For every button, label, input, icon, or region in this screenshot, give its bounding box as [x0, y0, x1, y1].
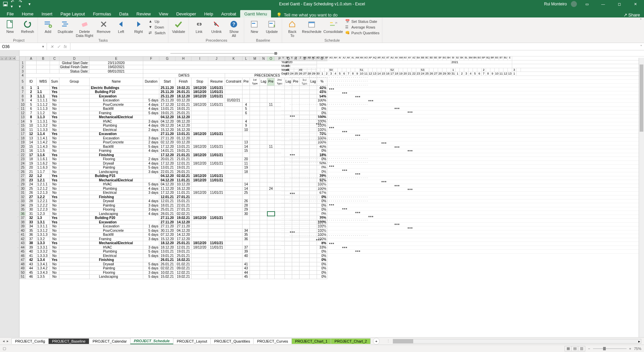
add-task-button[interactable]: Add: [40, 19, 56, 34]
share-button[interactable]: ↗ Share: [624, 12, 640, 17]
sheet-tab-schedule[interactable]: PROJECT_Schedule: [130, 338, 173, 344]
add-sheet-button[interactable]: +: [373, 338, 380, 345]
tab-help[interactable]: Help: [200, 10, 217, 17]
sheet-tab-layout[interactable]: PROJECT_Layout: [173, 338, 211, 344]
cancel-formula-icon[interactable]: ✕: [50, 44, 54, 49]
tab-home[interactable]: Home: [18, 10, 38, 17]
horizontal-scroll-top[interactable]: [19, 50, 644, 56]
showall-button[interactable]: ?Show All: [226, 19, 242, 38]
normal-view-icon[interactable]: ▦: [565, 346, 572, 351]
collapse-ribbon-icon[interactable]: ˄: [637, 17, 644, 43]
zoom-slider[interactable]: [593, 348, 627, 349]
redo-icon[interactable]: ↷ ▾: [19, 1, 24, 7]
sheet-tab-config[interactable]: PROJECT_Config: [11, 338, 49, 344]
svg-rect-10: [82, 22, 88, 27]
info-icon: ?: [229, 19, 238, 29]
delete-button[interactable]: Delete Data Right: [75, 19, 94, 38]
reschedule-button[interactable]: Reschedule: [302, 19, 322, 34]
sheet-tab-curves[interactable]: PROJECT_Curves: [253, 338, 291, 344]
sheet-tab-chart1[interactable]: PROJECT_Chart_1: [291, 338, 331, 344]
outline-level-1[interactable]: 1: [0, 56, 4, 60]
rows-icon: ☰: [345, 25, 350, 30]
tab-scroll-last-icon[interactable]: ▸: [7, 339, 9, 343]
down-button[interactable]: ▼Down: [148, 25, 166, 30]
switch-button[interactable]: ⇄Switch: [148, 30, 166, 36]
tab-review[interactable]: Review: [132, 10, 155, 17]
fx-icon[interactable]: fx: [64, 44, 67, 49]
svg-rect-8: [63, 24, 68, 25]
close-icon[interactable]: ✕: [629, 0, 641, 8]
outline-level-3[interactable]: 3: [8, 56, 12, 60]
arrow-right-icon: [134, 19, 143, 29]
outline-column[interactable]: 1 2 3 4 ··········: [0, 50, 19, 337]
tab-acrobat[interactable]: Acrobat: [217, 10, 240, 17]
tab-data[interactable]: Data: [115, 10, 132, 17]
average-rows-button[interactable]: ☰Average Rows: [344, 25, 380, 30]
link-button[interactable]: Link: [191, 19, 207, 34]
user-name[interactable]: Rui Monteiro: [544, 2, 567, 6]
ribbon-display-icon[interactable]: ▭: [581, 0, 593, 8]
tell-me-label: Tell me what you want to do: [284, 12, 337, 17]
sheet-tab-baseline[interactable]: PROJECT_Baseline: [48, 338, 89, 344]
duplicate-button[interactable]: Duplicate: [57, 19, 73, 34]
svg-text:?: ?: [232, 21, 235, 27]
formula-bar[interactable]: [70, 43, 638, 50]
expand-formula-icon[interactable]: ˅: [638, 45, 644, 48]
record-macro-icon[interactable]: ▢: [3, 346, 6, 351]
avatar[interactable]: [571, 1, 577, 7]
save-icon[interactable]: [3, 1, 8, 7]
baseline-new-button[interactable]: New: [246, 19, 262, 34]
outline-level-4[interactable]: 4: [12, 56, 16, 60]
sheet-tab-calendar[interactable]: PROJECT_Calendar: [89, 338, 130, 344]
right-button[interactable]: Right: [130, 19, 147, 34]
sheet-tab-quantities[interactable]: PROJECT_Quantities: [210, 338, 254, 344]
punch-quantities-button[interactable]: 👊Punch Quantities: [344, 30, 380, 36]
horizontal-scrollbar[interactable]: ◂▸: [393, 339, 641, 344]
page-layout-view-icon[interactable]: ▤: [572, 346, 578, 351]
remove-button[interactable]: Remove: [96, 19, 112, 34]
up-button[interactable]: ▲Up: [148, 19, 166, 24]
slider-thumb[interactable]: [274, 52, 277, 55]
unlink-button[interactable]: Unlink: [208, 19, 224, 34]
maximize-icon[interactable]: ◻: [613, 0, 625, 8]
tab-formulas[interactable]: Formulas: [89, 10, 115, 17]
svg-rect-7: [62, 21, 67, 23]
backto-button[interactable]: Back To: [284, 19, 300, 38]
tab-insert[interactable]: Insert: [38, 10, 57, 17]
outline-level-2[interactable]: 2: [4, 56, 8, 60]
sheet-tab-chart2[interactable]: PROJECT_Chart_2: [331, 338, 371, 344]
tab-view[interactable]: View: [155, 10, 172, 17]
tab-pagelayout[interactable]: Page Layout: [56, 10, 89, 17]
tab-developer[interactable]: Developer: [172, 10, 200, 17]
zoom-level[interactable]: 75%: [634, 347, 641, 351]
refresh-icon: [23, 19, 32, 29]
zoom-in-icon[interactable]: +: [629, 347, 631, 351]
set-status-date-button[interactable]: 📅Set Status Date: [344, 19, 380, 24]
tell-me-search[interactable]: 💡 Tell me what you want to do: [276, 12, 337, 17]
svg-rect-5: [45, 24, 50, 25]
name-box[interactable]: O36▼: [0, 43, 47, 50]
minimize-icon[interactable]: —: [597, 0, 609, 8]
svg-rect-16: [269, 23, 273, 24]
consolidate-icon: 75%: [328, 19, 338, 29]
group-project-label: Project: [2, 38, 36, 43]
svg-rect-14: [252, 23, 255, 24]
page-break-view-icon[interactable]: ▥: [578, 346, 585, 351]
qat-more-icon[interactable]: ▾: [27, 1, 32, 7]
new-project-button[interactable]: New: [2, 19, 18, 34]
svg-rect-1: [4, 4, 7, 6]
zoom-out-icon[interactable]: −: [588, 347, 590, 351]
undo-icon[interactable]: ↶ ▾: [11, 1, 16, 7]
accept-formula-icon[interactable]: ✓: [57, 44, 60, 49]
baseline-update-button[interactable]: Update: [264, 19, 280, 34]
consolidate-button[interactable]: 75%Consolidate: [323, 19, 343, 34]
tab-gantt-menu[interactable]: Gantt Menu: [240, 10, 271, 17]
validate-button[interactable]: Validate: [170, 19, 186, 34]
formula-row: O36▼ ✕ ✓ fx ˅: [0, 43, 644, 50]
refresh-button[interactable]: Refresh: [19, 19, 36, 34]
vertical-scrollbar[interactable]: [639, 58, 644, 337]
tab-file[interactable]: File: [3, 10, 18, 17]
group-precedences-label: Precedences: [191, 38, 242, 43]
tab-scroll-first-icon[interactable]: ◂: [3, 339, 5, 343]
left-button[interactable]: Left: [113, 19, 129, 34]
